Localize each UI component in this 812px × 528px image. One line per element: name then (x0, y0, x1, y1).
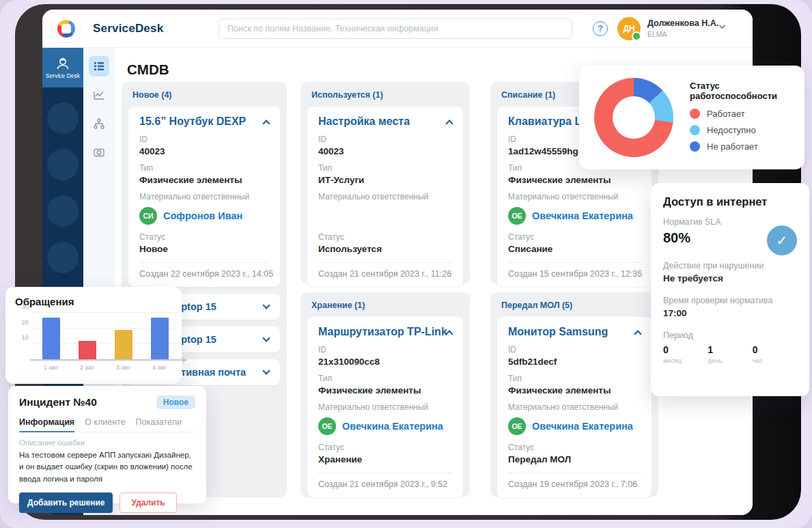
incident-card: Инцидент №40 Новое Информация О клиенте … (8, 386, 206, 503)
card-title: Настройка места (318, 115, 410, 128)
field-value-status: Новое (139, 244, 269, 254)
field-label-type: Тип (139, 163, 269, 173)
field-label-id: ID (508, 345, 641, 355)
field-value-type: Физические элементы (508, 385, 641, 395)
y-tick-label: 30 (15, 303, 29, 310)
y-tick-label: 10 (15, 333, 29, 341)
chevron-up-icon[interactable] (445, 120, 453, 127)
hierarchy-icon (93, 117, 105, 130)
donut-chart (594, 78, 673, 157)
health-status-chart-card: Статус работоспособности РаботаетНедосту… (579, 66, 804, 169)
legend-dot-icon (690, 141, 700, 152)
legend-item: Недоступно (690, 125, 804, 135)
chart-icon (93, 89, 105, 101)
column-header: Хранение (1) (300, 292, 470, 314)
ci-card-dexp[interactable]: 15.6” Ноутбук DEXP ID 40023 Тип Физическ… (128, 107, 280, 287)
tab-client[interactable]: О клиенте (85, 417, 125, 427)
field-label-status: Статус (508, 232, 641, 242)
field-label-status: Статус (318, 443, 452, 452)
field-value-id: 40023 (318, 146, 452, 156)
incident-tabs: Информация О клиенте Показатели (19, 417, 195, 432)
sla-time-value: 17:00 (663, 308, 797, 318)
check-icon[interactable]: ✓ (767, 225, 797, 255)
delete-button[interactable]: Удалить (120, 492, 176, 513)
sla-norm-label: Норматив SLA (663, 217, 797, 227)
field-value-type: Физические элементы (318, 385, 452, 395)
field-label-id: ID (318, 345, 452, 355)
owner-link[interactable]: Овечкина Екатерина (342, 421, 443, 432)
tab-snapshot[interactable] (89, 142, 109, 163)
tab-cmdb-list[interactable] (89, 56, 109, 77)
bar (115, 330, 132, 359)
card-title: Маршрутизатор TP-Link (318, 326, 447, 338)
tab-information[interactable]: Информация (19, 417, 74, 427)
field-value-type: Физические элементы (508, 175, 641, 185)
owner-link[interactable]: Овечкина Екатерина (532, 421, 633, 432)
kanban-column-in-use: Используется (1) Настройка места ID 4002… (300, 82, 470, 284)
period-value: 1 (708, 344, 752, 355)
owner-link[interactable]: Овечкина Екатерина (532, 210, 633, 221)
support-agent-icon (55, 57, 70, 70)
chevron-down-icon[interactable] (719, 23, 726, 29)
chevron-up-icon[interactable] (262, 120, 270, 127)
chevron-up-icon[interactable] (445, 330, 453, 337)
legend-item: Работает (690, 109, 804, 119)
field-label-id: ID (318, 135, 452, 144)
sla-time-label: Время проверки норматива (663, 296, 797, 305)
bar-chart: 102030 (33, 313, 178, 359)
sidebar-item-placeholder[interactable] (47, 102, 79, 134)
field-label-owner: Материально ответственный (508, 192, 641, 202)
bar (79, 341, 96, 359)
chart-title: Обращения (15, 296, 172, 307)
sla-period-row: 0 месяц 1 день 0 час (663, 344, 797, 364)
owner-avatar: ОЕ (318, 417, 336, 435)
app-header: ServiceDesk ? ДН Долженкова Н.А. ELMA (42, 10, 753, 48)
field-label-status: Статус (318, 232, 452, 242)
field-value-status: Используется (318, 244, 452, 254)
ci-card-monitor[interactable]: Монитор Samsung ID 5dfb21decf Тип Физиче… (497, 317, 652, 497)
owner-avatar: ОЕ (508, 207, 526, 225)
legend-label: Не работает (707, 141, 758, 152)
tab-metrics[interactable]: Показатели (136, 417, 182, 427)
field-label-type: Тип (318, 374, 452, 383)
ci-card-place[interactable]: Настройка места ID 40023 Тип ИТ-Услуги М… (307, 107, 463, 287)
chevron-down-icon[interactable] (262, 367, 270, 374)
sla-action-label: Действие при нарушении (663, 261, 797, 270)
owner-empty (318, 206, 452, 225)
card-title: 15.6” Ноутбук DEXP (139, 115, 246, 128)
card-created: Создан 21 сентября 2023 г., 9:52 (318, 473, 452, 497)
tab-hierarchy[interactable] (89, 113, 109, 134)
sla-period-label: Период (663, 331, 797, 340)
field-label-owner: Материально ответственный (139, 192, 269, 202)
help-icon[interactable]: ? (593, 21, 608, 36)
field-label-owner: Материально ответственный (318, 192, 452, 202)
legend-dot-icon (690, 125, 700, 135)
appeals-chart-card: Обращения 102030 1 авг2 авг3 авг4 авг (5, 287, 182, 384)
chevron-down-icon[interactable] (262, 301, 270, 309)
legend-label: Работает (707, 109, 745, 119)
app-title: ServiceDesk (93, 10, 163, 48)
chevron-down-icon[interactable] (262, 334, 270, 342)
x-tick-label: 4 авг (146, 363, 173, 371)
field-label-type: Тип (508, 374, 641, 383)
avatar[interactable]: ДН (617, 17, 641, 40)
legend-label: Недоступно (707, 125, 756, 135)
search-input[interactable] (219, 18, 572, 39)
ci-card-router[interactable]: Маршрутизатор TP-Link ID 21x310090cc8 Ти… (307, 317, 463, 497)
field-value-id: 40023 (139, 146, 269, 156)
owner-link[interactable]: Софронов Иван (163, 210, 242, 221)
x-axis-labels: 1 авг2 авг3 авг4 авг (33, 363, 178, 371)
sidebar-item-placeholder[interactable] (47, 242, 79, 273)
y-tick-label: 20 (15, 318, 29, 326)
field-value-id: 5dfb21decf (508, 357, 641, 367)
chevron-up-icon[interactable] (634, 330, 641, 337)
add-solution-button[interactable]: Добавить решение (19, 492, 113, 513)
period-value: 0 (663, 344, 708, 355)
owner-avatar: ОЕ (508, 417, 526, 435)
sla-action-value: Не требуется (663, 273, 797, 283)
bar (42, 318, 60, 359)
tab-analytics[interactable] (89, 85, 109, 105)
sidebar-item-service-desk[interactable]: Service Desk (42, 48, 83, 87)
sidebar-item-placeholder[interactable] (47, 149, 79, 180)
sidebar-item-placeholder[interactable] (47, 195, 79, 227)
